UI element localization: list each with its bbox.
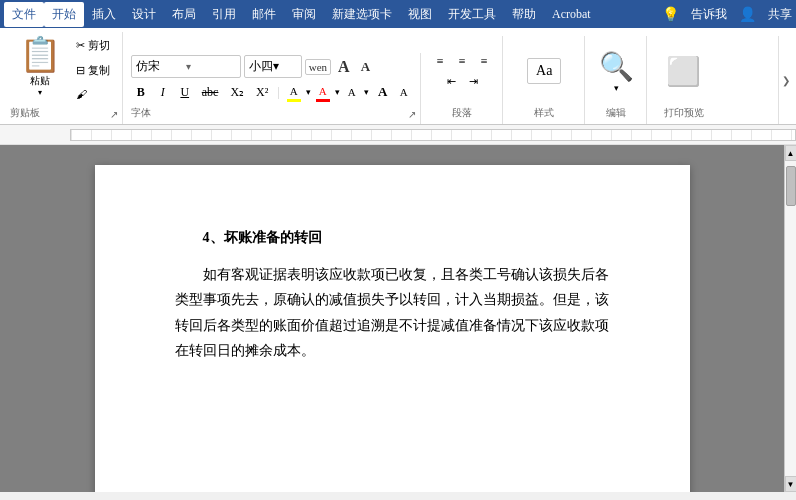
copy-button[interactable]: ⊟ 复制 <box>70 59 116 82</box>
print-preview-controls: ⬜ <box>666 38 701 104</box>
alignment-row: ≡ ≡ ≡ <box>430 52 494 71</box>
share-btn[interactable]: 共享 <box>768 6 792 23</box>
menu-item-home[interactable]: 开始 <box>44 2 84 27</box>
align-right-icon[interactable]: ≡ <box>474 52 494 71</box>
format-painter-icon: 🖌 <box>76 88 87 100</box>
style-preview: Aa <box>536 63 552 78</box>
edit-controls: 🔍 ▾ <box>599 38 634 104</box>
scrollbar-track[interactable] <box>785 161 797 476</box>
ruler <box>0 125 796 145</box>
font-name-selector[interactable]: 仿宋 ▾ <box>131 55 241 78</box>
subscript-button[interactable]: X₂ <box>225 83 249 102</box>
font-color-group: A <box>313 83 333 102</box>
color-buttons: A ▾ A ▾ A ▾ <box>284 83 369 102</box>
menu-item-acrobat[interactable]: Acrobat <box>544 3 599 26</box>
font-size-buttons: A A <box>373 82 414 102</box>
ribbon-collapse-button[interactable]: ❯ <box>778 36 792 124</box>
scroll-down-button[interactable]: ▼ <box>785 476 797 492</box>
highlight-arrow[interactable]: ▾ <box>306 87 311 97</box>
styles-label: 样式 <box>534 106 554 120</box>
styles-controls: Aa <box>527 38 561 104</box>
menu-item-design[interactable]: 设计 <box>124 2 164 27</box>
edit-label: 编辑 <box>606 106 626 120</box>
search-icon: 🔍 <box>599 50 634 83</box>
ribbon-groups: 📋 粘贴 ▾ ✂ 剪切 ⊟ 复制 🖌 <box>4 32 792 124</box>
font-label: 字体 <box>131 106 151 120</box>
strikethrough-button[interactable]: abc <box>197 83 224 102</box>
document-area[interactable]: 4、坏账准备的转回 如有客观证据表明该应收款项已收复，且各类工号确认该损失后各类… <box>0 145 784 492</box>
increase-font-button[interactable]: A <box>373 82 393 102</box>
main-layout: 4、坏账准备的转回 如有客观证据表明该应收款项已收复，且各类工号确认该损失后各类… <box>0 145 796 492</box>
menu-item-newtab[interactable]: 新建选项卡 <box>324 2 400 27</box>
ruler-track <box>70 129 796 141</box>
print-preview-icon: ⬜ <box>666 55 701 88</box>
ribbon-collapse-area: ❯ <box>778 36 792 124</box>
group-edit: 🔍 ▾ 编辑 <box>587 36 647 124</box>
menu-item-devtools[interactable]: 开发工具 <box>440 2 504 27</box>
group-styles: Aa 样式 <box>505 36 585 124</box>
menu-item-insert[interactable]: 插入 <box>84 2 124 27</box>
title-right: 💡 告诉我 👤 共享 <box>662 6 792 23</box>
menu-item-mail[interactable]: 邮件 <box>244 2 284 27</box>
font-size-selector[interactable]: 小四 ▾ <box>244 55 302 78</box>
ruler-ticks <box>71 130 795 140</box>
font-group-content: 仿宋 ▾ 小四 ▾ wen A A B I U <box>131 55 414 102</box>
font-highlight-button[interactable]: A <box>284 83 304 99</box>
increase-indent-icon[interactable]: ⇥ <box>463 73 483 90</box>
decrease-font-button[interactable]: A <box>394 84 414 100</box>
align-left-icon[interactable]: ≡ <box>430 52 450 71</box>
copy-label: 复制 <box>88 64 110 76</box>
group-clipboard: 📋 粘贴 ▾ ✂ 剪切 ⊟ 复制 🖌 <box>4 32 123 124</box>
font-color-arrow[interactable]: ▾ <box>335 87 340 97</box>
right-scrollbar: ▲ ▼ <box>784 145 796 492</box>
wen-button[interactable]: wen <box>305 59 331 75</box>
paste-label: 粘贴 <box>30 74 50 88</box>
user-icon: 👤 <box>739 6 756 23</box>
menu-item-view[interactable]: 视图 <box>400 2 440 27</box>
grow-font-button[interactable]: A <box>334 56 354 78</box>
scroll-up-button[interactable]: ▲ <box>785 145 797 161</box>
char-color-arrow[interactable]: ▾ <box>364 87 369 97</box>
tell-me[interactable]: 告诉我 <box>691 6 727 23</box>
cut-label: 剪切 <box>88 39 110 51</box>
edit-arrow: ▾ <box>614 83 619 93</box>
styles-gallery[interactable]: Aa <box>527 58 561 84</box>
clipboard-label: 剪贴板 <box>10 106 40 120</box>
paragraph-controls: ≡ ≡ ≡ ⇤ ⇥ <box>430 38 494 104</box>
menu-item-help[interactable]: 帮助 <box>504 2 544 27</box>
clipboard-expand-icon[interactable]: ↗ <box>110 109 118 120</box>
copy-icon: ⊟ <box>76 64 85 76</box>
font-name-value: 仿宋 <box>136 58 186 75</box>
paste-button[interactable]: 📋 粘贴 ▾ <box>10 34 70 100</box>
superscript-button[interactable]: X² <box>251 83 273 102</box>
menu-item-review[interactable]: 审阅 <box>284 2 324 27</box>
font-size-arrow: ▾ <box>273 59 297 74</box>
menu-item-layout[interactable]: 布局 <box>164 2 204 27</box>
paste-small-group: ✂ 剪切 ⊟ 复制 🖌 <box>70 34 116 104</box>
char-color-button[interactable]: A <box>342 84 362 100</box>
section-body[interactable]: 如有客观证据表明该应收款项已收复，且各类工号确认该损失后各类型事项先去，原确认的… <box>175 262 610 363</box>
menu-item-file[interactable]: 文件 <box>4 2 44 27</box>
cut-button[interactable]: ✂ 剪切 <box>70 34 116 57</box>
format-painter-button[interactable]: 🖌 <box>70 84 116 104</box>
decrease-indent-icon[interactable]: ⇤ <box>441 73 461 90</box>
font-highlight-group: A <box>284 83 304 102</box>
lightbulb-icon: 💡 <box>662 6 679 23</box>
search-button[interactable]: 🔍 ▾ <box>599 50 634 93</box>
section-heading: 4、坏账准备的转回 <box>175 225 610 250</box>
format-row: B I U abc X₂ X² | A ▾ <box>131 82 414 102</box>
bold-button[interactable]: B <box>131 83 151 102</box>
print-preview-button[interactable]: ⬜ <box>666 55 701 88</box>
highlight-bar <box>287 99 301 102</box>
align-center-icon[interactable]: ≡ <box>452 52 472 71</box>
shrink-font-button[interactable]: A <box>357 57 374 77</box>
font-color-button[interactable]: A <box>313 83 333 99</box>
scrollbar-thumb[interactable] <box>786 166 796 206</box>
paste-group: 📋 粘贴 ▾ ✂ 剪切 ⊟ 复制 🖌 <box>10 34 116 104</box>
group-paragraph: ≡ ≡ ≡ ⇤ ⇥ 段落 <box>423 36 503 124</box>
menu-item-references[interactable]: 引用 <box>204 2 244 27</box>
group-print-preview: ⬜ 打印预览 <box>649 36 719 124</box>
italic-button[interactable]: I <box>153 83 173 102</box>
underline-button[interactable]: U <box>175 83 195 102</box>
font-expand-icon[interactable]: ↗ <box>408 109 416 120</box>
